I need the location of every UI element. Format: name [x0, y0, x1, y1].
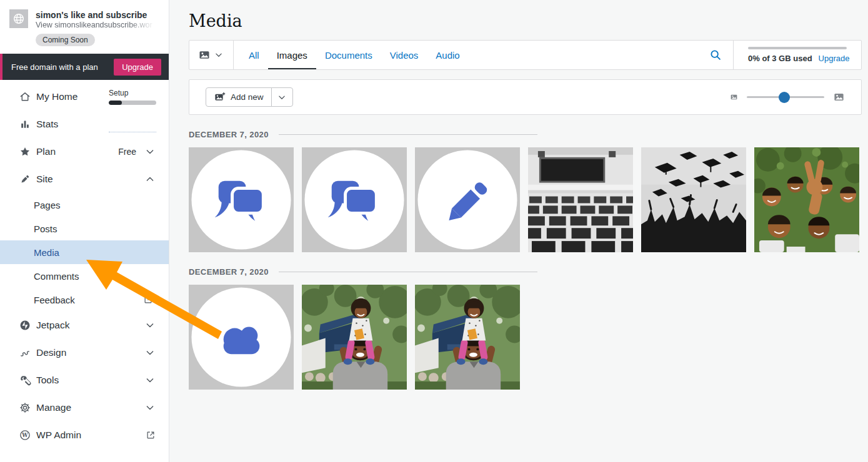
chevron-down-icon	[144, 145, 156, 158]
sidebar-item-label: Comments	[34, 271, 79, 282]
thumbnail-zoom-control	[730, 91, 845, 103]
media-page: Media AllImagesDocumentsVideosAudio 0% o…	[169, 0, 868, 462]
pencil-graphic	[415, 147, 520, 252]
storage-bar	[748, 47, 847, 49]
media-group-date: DECEMBER 7, 2020	[189, 267, 269, 277]
sidebar-item-label: Manage	[36, 402, 71, 413]
sidebar-item-label: Feedback	[34, 295, 75, 305]
setup-label: Setup	[109, 89, 156, 97]
sidebar-item-site[interactable]: Site	[0, 165, 169, 193]
sidebar-item-label: Jetpack	[36, 320, 69, 331]
sidebar-item-wp-admin[interactable]: WP Admin	[0, 421, 169, 449]
wordpress-icon	[19, 429, 31, 441]
site-card[interactable]: simon's like and subscribe View simonsli…	[0, 0, 169, 54]
sidebar-item-manage[interactable]: Manage	[0, 394, 169, 421]
sidebar-item-design[interactable]: Design	[0, 339, 169, 366]
sidebar-item-plan[interactable]: PlanFree	[0, 138, 169, 165]
site-url: View simonslikeandsubscribe.wor	[36, 21, 154, 29]
stats-placeholder-line	[109, 132, 156, 132]
chevron-down-icon	[144, 346, 156, 359]
tools-icon	[19, 374, 31, 386]
sidebar-item-label: Pages	[34, 200, 61, 210]
globe-icon	[12, 12, 26, 26]
sidebar-item-posts[interactable]: Posts	[0, 217, 169, 240]
sidebar-item-my-home[interactable]: My Home Setup	[0, 83, 169, 111]
plan-icon	[19, 145, 31, 158]
tab-documents[interactable]: Documents	[316, 41, 381, 69]
media-tabs: AllImagesDocumentsVideosAudio	[240, 41, 469, 69]
sidebar-item-stats[interactable]: Stats	[0, 111, 169, 138]
graduation-caps-photo	[641, 147, 746, 252]
setup-progress: Setup	[109, 89, 156, 105]
banner-text: Free domain with a plan	[11, 62, 98, 72]
page-title: Media	[189, 11, 862, 31]
add-new-dropdown-button[interactable]	[271, 87, 293, 107]
media-group: DECEMBER 7, 2020	[189, 267, 862, 390]
chevron-up-icon	[144, 173, 156, 185]
design-icon	[19, 346, 31, 359]
media-group-header: DECEMBER 7, 2020	[189, 267, 862, 277]
media-tile-row	[189, 147, 862, 252]
media-item-graduation-caps-photo[interactable]	[641, 147, 746, 252]
cloud-graphic	[189, 285, 294, 390]
plan-badge: Free	[118, 147, 136, 157]
manage-icon	[19, 401, 31, 414]
add-new-button[interactable]: Add new	[206, 87, 272, 107]
sidebar-item-label: Media	[34, 247, 59, 258]
tab-images[interactable]: Images	[268, 41, 316, 69]
sidebar-item-comments[interactable]: Comments	[0, 264, 169, 288]
stats-icon	[19, 118, 31, 130]
media-actions-toolbar: Add new	[189, 79, 862, 115]
sidebar-item-pages[interactable]: Pages	[0, 193, 169, 217]
media-item-father-child-photo[interactable]	[415, 285, 520, 390]
media-type-dropdown[interactable]	[189, 41, 234, 69]
storage-meter: 0% of 3 GB used Upgrade	[733, 41, 861, 69]
storage-upgrade-link[interactable]: Upgrade	[819, 54, 850, 63]
app-window: simon's like and subscribe View simonsli…	[0, 0, 868, 462]
media-item-children-peace-photo[interactable]	[754, 147, 859, 252]
date-divider-line	[279, 272, 537, 272]
zoom-slider-thumb[interactable]	[779, 92, 790, 103]
media-group-header: DECEMBER 7, 2020	[189, 130, 862, 139]
sidebar-menu: My Home Setup StatsPlanFreeSitePagesPost…	[0, 80, 169, 449]
zoom-slider-track[interactable]	[747, 96, 824, 98]
media-item-chat-bubbles-graphic[interactable]	[189, 147, 294, 252]
sidebar-item-label: WP Admin	[36, 430, 81, 441]
media-item-cloud-graphic[interactable]	[189, 285, 294, 390]
chevron-down-icon	[213, 49, 224, 61]
chevron-down-icon	[144, 374, 156, 386]
jetpack-icon	[19, 319, 31, 332]
sidebar-item-media[interactable]: Media	[0, 240, 169, 264]
media-group-date: DECEMBER 7, 2020	[189, 130, 269, 139]
media-item-chat-bubbles-graphic[interactable]	[302, 147, 407, 252]
add-new-split-button: Add new	[206, 87, 293, 107]
sidebar-item-feedback[interactable]: Feedback	[0, 288, 169, 312]
tab-videos[interactable]: Videos	[381, 41, 427, 69]
media-filter-toolbar: AllImagesDocumentsVideosAudio 0% of 3 GB…	[189, 40, 862, 70]
chevron-down-icon	[144, 319, 156, 332]
chat-bubbles-graphic	[189, 147, 294, 252]
tab-audio[interactable]: Audio	[427, 41, 468, 69]
search-button[interactable]	[698, 41, 733, 69]
banner-upgrade-button[interactable]: Upgrade	[114, 59, 161, 76]
media-group: DECEMBER 7, 2020	[189, 130, 862, 252]
site-avatar	[9, 9, 28, 28]
tab-all[interactable]: All	[240, 41, 268, 69]
small-image-icon	[730, 93, 738, 101]
media-tile-row	[189, 285, 862, 390]
home-icon	[19, 91, 31, 103]
father-child-photo	[302, 285, 407, 390]
upgrade-banner[interactable]: Free domain with a plan Upgrade	[0, 54, 169, 80]
sidebar-item-label: Posts	[34, 224, 57, 234]
sidebar-item-tools[interactable]: Tools	[0, 366, 169, 394]
media-item-father-child-photo[interactable]	[302, 285, 407, 390]
media-item-pencil-graphic[interactable]	[415, 147, 520, 252]
external-link-icon	[142, 294, 154, 305]
sidebar-item-label: My Home	[36, 91, 77, 102]
add-new-label: Add new	[231, 92, 264, 102]
media-item-lecture-hall-photo[interactable]	[528, 147, 633, 252]
site-icon	[19, 173, 31, 185]
sidebar-item-jetpack[interactable]: Jetpack	[0, 312, 169, 339]
sidebar-item-label: Tools	[36, 375, 59, 386]
children-peace-photo	[754, 147, 859, 252]
